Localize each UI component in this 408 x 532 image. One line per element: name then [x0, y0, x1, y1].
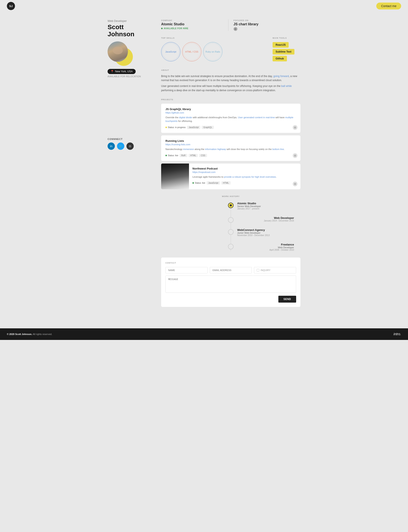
project-url-3[interactable]: https://nopodcast.com [192, 171, 297, 173]
nav-avatar[interactable]: SJ [7, 2, 15, 10]
contact-email-input[interactable] [210, 267, 252, 273]
about-section: ABOUT Bring to the table win-win surviva… [161, 69, 300, 92]
skills-tools-row: TOP SKILLS JavaScript HTML / CSS Ruby on… [161, 37, 300, 63]
github-icon: ⊙ [129, 144, 131, 148]
tag-graphql: GraphQL [202, 126, 214, 129]
highlight-digital: digital divide [179, 116, 192, 119]
timeline-item-3: WebConnect Agency Junior Web Developer N… [165, 228, 296, 237]
tag-html-3: HTML [221, 181, 230, 185]
work-dates-3: November 2010 - December 2013 [237, 234, 296, 237]
top-info-row: COMPANY Atomic Studio AVAILABLE FOR HIRE… [161, 17, 300, 31]
top-nav: SJ Contact me [0, 0, 408, 12]
skills-label: TOP SKILLS [161, 37, 272, 39]
focused-value: JS chart library [234, 22, 301, 26]
send-button[interactable]: SEND [278, 296, 296, 302]
project-desc-1: Override the digital divide with additio… [165, 116, 296, 123]
dot-filled-2 [228, 217, 234, 223]
project-desc-2: Nanotechnology immersion along the infor… [165, 147, 296, 151]
work-dates-4: April 2008 - October 2010 [235, 249, 294, 251]
status-text-3: Status: live [195, 182, 205, 184]
footer-brand: intro. [393, 332, 401, 336]
project-url-1[interactable]: https://github.com [165, 111, 296, 114]
projects-label: PROJECTS [161, 98, 300, 101]
about-paragraph-2: User generated content in real-time will… [161, 84, 300, 92]
contact-message-input[interactable] [165, 275, 296, 293]
tag-ror: RoR [179, 154, 187, 157]
work-dates-2: January 2014 - December 2016 [235, 220, 294, 222]
twitter-button[interactable]: 🐦 [117, 142, 124, 150]
dot-active [228, 203, 234, 208]
project-tags-2: Status: live RoR HTML CSS [165, 154, 296, 157]
work-content-3: WebConnect Agency Junior Web Developer N… [237, 228, 296, 237]
work-role-1: Senior Web Developer [237, 205, 296, 207]
work-company-3: WebConnect Agency [237, 228, 296, 231]
timeline-dot-2 [228, 217, 234, 223]
status-dot-2 [165, 155, 167, 156]
tag-javascript-3: JavaScript [207, 181, 220, 185]
status-1: Status: in progress [165, 126, 186, 129]
location-badge: 📍 New York, USA [108, 69, 136, 74]
skill-ruby: Ruby on Rails [203, 42, 222, 61]
work-dates-1: January 2017 - present [237, 207, 296, 210]
status-text-1: Status: in progress [168, 126, 186, 129]
timeline-item-4: Freelance Web Developer April 2008 - Oct… [165, 243, 296, 251]
status-dot-3 [192, 182, 194, 184]
send-btn-row: SEND [165, 296, 296, 302]
project-image-placeholder [161, 164, 189, 189]
tag-html-2: HTML [188, 154, 198, 157]
contact-fields-row: INQUIRY [165, 267, 296, 273]
project-url-2[interactable]: https://running-lists.com [165, 143, 296, 146]
highlight-immersion: immersion [183, 148, 194, 151]
connect-section: CONNNECT in 🐦 ⊙ [108, 138, 153, 150]
tag-css: CSS [199, 154, 207, 157]
linkedin-button[interactable]: in [108, 142, 115, 150]
timeline-dot-1 [228, 203, 234, 208]
status-2: Status: live [165, 154, 178, 157]
contact-name-input[interactable] [165, 267, 208, 273]
work-company-2: Web Developer [235, 216, 294, 220]
project-card-3: Northwest Podcast https://nopodcast.com … [161, 164, 300, 189]
location-icon: 📍 [110, 70, 114, 73]
timeline-item-1: Atomic Studio Senior Web Developer Janua… [165, 202, 296, 210]
tools-block: MAIN TOOLS ReactJS Sublime Text Github [272, 37, 300, 63]
company-block: COMPANY Atomic Studio AVAILABLE FOR HIRE [161, 19, 228, 31]
projects-section: PROJECTS JS GraphQL library https://gith… [161, 98, 300, 189]
status-3: Status: live [192, 182, 205, 184]
job-title: Web Developer [108, 19, 153, 23]
skill-javascript: JavaScript [161, 42, 180, 61]
highlight-provide: provide a robust synopsis for high level… [224, 176, 276, 178]
project-name-2: Running Lists [165, 139, 296, 142]
skill-html-css: HTML / CSS [182, 42, 201, 61]
github-link-3[interactable]: ⊙ [293, 182, 298, 186]
contact-inquiry-field: INQUIRY [254, 267, 296, 273]
relocation-text: AVAILABLE FOR RELOCATION [108, 75, 153, 78]
focused-label: FOCUSED ON [234, 19, 301, 21]
timeline-item-2: Web Developer January 2014 - December 20… [165, 216, 296, 222]
highlight-info-highway: information highway [205, 148, 226, 151]
tag-javascript-1: JavaScript [187, 126, 200, 129]
highlight-bottom: bottom line [272, 148, 284, 151]
contact-label: CONTACT [165, 262, 296, 264]
avatar-wrapper [108, 41, 131, 65]
inquiry-checkbox[interactable] [257, 269, 259, 272]
company-value: Atomic Studio [161, 22, 228, 26]
work-role-4: Web Developer [235, 246, 294, 249]
contact-button[interactable]: Contact me [376, 3, 401, 9]
available-dot [161, 28, 163, 29]
tool-reactjs: ReactJS [272, 42, 289, 48]
github-link-1[interactable]: ⊙ [293, 125, 298, 130]
available-text: AVAILABLE FOR HIRE [164, 27, 188, 30]
project-card-2: Running Lists https://running-lists.com … [161, 135, 300, 161]
company-label: COMPANY [161, 19, 228, 21]
work-content-2: Web Developer January 2014 - December 20… [235, 216, 294, 222]
sidebar: Web Developer Scott Johnson 📍 New York, … [108, 17, 153, 320]
github-link-2[interactable]: ⊙ [293, 153, 298, 158]
footer-copyright: © 2020 Scott Johnson. All rights reserve… [7, 333, 52, 336]
work-company-4: Freelance [235, 243, 294, 246]
linkedin-icon: in [110, 144, 112, 148]
skills-circles: JavaScript HTML / CSS Ruby on Rails [161, 42, 272, 61]
github-button[interactable]: ⊙ [127, 142, 134, 150]
project-desc-3: Leverage agile frameworks to provide a r… [192, 175, 297, 179]
status-text-2: Status: live [168, 154, 178, 157]
about-label: ABOUT [161, 69, 300, 71]
